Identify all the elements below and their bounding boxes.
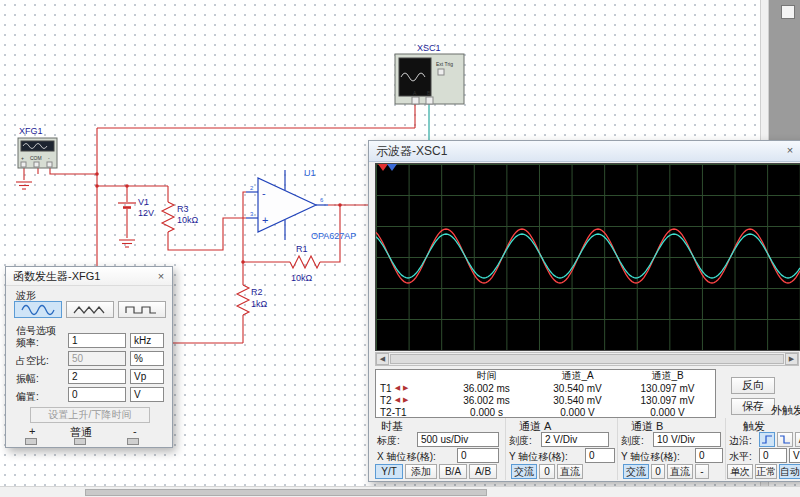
fg-frequency-value: 1 (72, 335, 78, 346)
label-u1: U1 (304, 168, 316, 178)
reverse-button[interactable]: 反向 (731, 377, 775, 394)
toolbar-item[interactable] (781, 5, 795, 19)
channel-a-zero-button[interactable]: 0 (539, 464, 555, 479)
trigger-level-input[interactable]: 0 (759, 448, 787, 463)
reverse-label: 反向 (742, 378, 764, 393)
scope-traces (376, 164, 800, 350)
horizontal-scroll-thumb[interactable] (85, 489, 487, 496)
fg-square-button[interactable] (118, 301, 166, 318)
yt-mode-button[interactable]: Y/T (375, 464, 403, 479)
ab-mode-button[interactable]: A/B (469, 464, 497, 479)
scope-scroll-left-icon[interactable]: ◀ (376, 353, 389, 365)
fg-frequency-unit[interactable]: kHz (130, 333, 164, 348)
function-generator-icon[interactable]: + COM - (18, 138, 57, 168)
trigger-normal-label: 正常 (756, 465, 776, 479)
channel-b-zero-button[interactable]: 0 (651, 464, 665, 479)
channel-a-scale-input[interactable]: 2 V/Div (541, 432, 609, 447)
oscilloscope-window[interactable]: 示波器-XSC1 × ◀ ▶ 时间 通道_A 通道_B T1 ◀ ▶ 36.00… (368, 140, 800, 482)
trigger-level-label: 水平: (729, 450, 752, 464)
t1-left-icon[interactable]: ◀ (395, 384, 400, 392)
channel-a-dc-button[interactable]: 直流 (557, 464, 583, 479)
fg-offset-input[interactable]: 0 (68, 387, 126, 402)
fg-terminal-common[interactable] (74, 438, 86, 445)
fg-offset-unit-value: V (134, 389, 141, 400)
scope-close-icon[interactable]: × (781, 143, 799, 157)
t2-right-icon[interactable]: ▶ (403, 396, 408, 404)
fg-pin-com: COM (30, 155, 42, 161)
resistor-r2[interactable] (237, 285, 249, 315)
add-mode-button[interactable]: 添加 (405, 464, 437, 479)
readout-header-channel-b: 通道_B (620, 370, 715, 382)
channel-a-zero-label: 0 (544, 466, 550, 477)
scope-titlebar[interactable]: 示波器-XSC1 × (369, 141, 800, 162)
ground-v1[interactable] (119, 240, 135, 247)
fg-amplitude-label: 振幅: (16, 372, 39, 386)
fg-titlebar[interactable]: 函数发生器-XFG1 × (6, 267, 172, 286)
channel-b-ac-button[interactable]: 交流 (623, 464, 649, 479)
channel-b-dc-button[interactable]: 直流 (667, 464, 693, 479)
channel-b-minus-label: - (700, 466, 703, 477)
cursor-t2-row: T2 ◀ ▶ (376, 394, 438, 406)
channel-b-ypos-input[interactable]: 0 (695, 448, 723, 463)
cursor2-marker[interactable] (387, 164, 397, 171)
delta-channel-a: 0.000 V (535, 406, 620, 418)
trigger-auto-button[interactable]: 自动 (779, 464, 800, 479)
fg-amplitude-unit-value: Vp (134, 371, 146, 382)
trigger-level-unit[interactable]: V (789, 448, 800, 463)
scope-scroll-thumb[interactable] (390, 354, 784, 364)
fg-triangle-button[interactable] (66, 301, 114, 318)
add-label: 添加 (411, 465, 431, 479)
ba-mode-button[interactable]: B/A (439, 464, 467, 479)
label-r1-value: 10kΩ (291, 273, 313, 283)
fg-amplitude-unit[interactable]: Vp (130, 369, 164, 384)
fg-terminal-minus[interactable] (127, 438, 139, 445)
fg-terminal-plus[interactable] (25, 438, 37, 445)
oscilloscope-icon[interactable]: Ext Trig A B (395, 54, 464, 104)
trigger-auto-label: 自动 (780, 465, 800, 479)
fg-amplitude-value: 2 (72, 371, 78, 382)
channel-b-minus-button[interactable]: - (695, 464, 709, 479)
fg-close-icon[interactable]: × (152, 269, 170, 283)
horizontal-scrollbar[interactable] (0, 486, 800, 497)
timebase-scale-input[interactable]: 500 us/Div (417, 432, 499, 447)
resistor-r3[interactable] (162, 202, 174, 232)
t2-left-icon[interactable]: ◀ (395, 396, 400, 404)
ground-symbols[interactable] (16, 182, 135, 247)
trigger-rising-edge-button[interactable] (759, 432, 775, 447)
channel-b-dc-label: 直流 (670, 465, 690, 479)
fg-offset-unit[interactable]: V (130, 387, 164, 402)
wire-inv[interactable] (243, 192, 246, 285)
delta-time: 0.000 s (438, 406, 535, 418)
scope-scroll-right-icon[interactable]: ▶ (785, 353, 798, 365)
scope-screen[interactable] (375, 163, 800, 351)
fg-duty-input[interactable]: 50 (68, 351, 126, 366)
scope-hscrollbar[interactable]: ◀ ▶ (375, 352, 799, 366)
scope-icon-ext-trig: Ext Trig (436, 61, 453, 67)
trigger-normal-button[interactable]: 正常 (755, 464, 777, 479)
trigger-source-a-button[interactable]: A (795, 432, 800, 447)
fg-amplitude-input[interactable]: 2 (68, 369, 126, 384)
fg-frequency-input[interactable]: 1 (68, 333, 126, 348)
ext-trigger-label: 外触发 (771, 403, 800, 418)
fg-frequency-label: 频率: (16, 336, 39, 350)
trigger-falling-edge-button[interactable] (777, 432, 793, 447)
trigger-single-button[interactable]: 单次 (727, 464, 753, 479)
opamp-u1[interactable]: - + (246, 170, 328, 240)
function-generator-dialog[interactable]: 函数发生器-XFG1 × 波形 信号选项 频率: 1 kHz 占空比: 50 (5, 266, 173, 448)
fg-rise-fall-button[interactable]: 设置上升/下降时间 (30, 407, 150, 423)
divider (505, 418, 506, 480)
fg-sine-button[interactable] (14, 301, 62, 318)
battery-v1[interactable] (118, 203, 136, 208)
channel-a-ac-button[interactable]: 交流 (511, 464, 537, 479)
fg-duty-unit[interactable]: % (130, 351, 164, 366)
channel-a-ypos-input[interactable]: 0 (585, 448, 615, 463)
label-r2: R2 (251, 287, 263, 297)
channel-b-scale-input[interactable]: 10 V/Div (653, 432, 721, 447)
timebase-xpos-input[interactable]: 0 (457, 448, 499, 463)
resistor-r1[interactable] (290, 256, 320, 268)
rising-edge-icon (761, 434, 773, 445)
t1-right-icon[interactable]: ▶ (403, 384, 408, 392)
save-button[interactable]: 保存 (731, 398, 775, 415)
ground-fg[interactable] (16, 182, 32, 189)
fg-offset-label: 偏置: (16, 390, 39, 404)
